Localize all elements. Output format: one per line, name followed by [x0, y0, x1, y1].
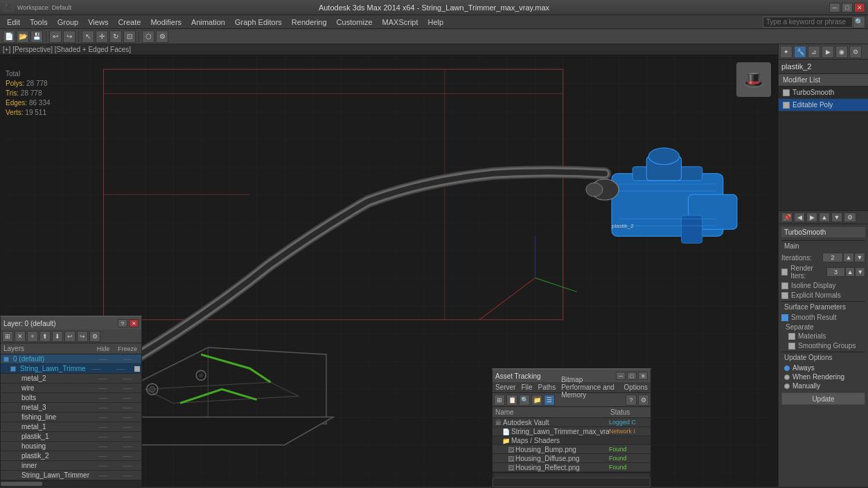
- iterations-up[interactable]: ▲: [843, 253, 854, 262]
- modifier-turbosmooth[interactable]: TurboSmooth: [779, 87, 868, 99]
- asset-tool-2[interactable]: 📋: [506, 395, 517, 406]
- render-iters-value[interactable]: 3: [826, 267, 845, 277]
- menu-graph-editors[interactable]: Graph Editors: [231, 17, 286, 28]
- menu-help[interactable]: Help: [424, 17, 448, 28]
- menu-create[interactable]: Create: [114, 17, 145, 28]
- save-button[interactable]: 💾: [30, 30, 43, 43]
- close-button[interactable]: ✕: [854, 3, 865, 12]
- menu-modifiers[interactable]: Modifiers: [146, 17, 186, 28]
- layer-item-wire[interactable]: wire ── ──: [1, 383, 141, 393]
- asset-row-diffuse[interactable]: 🖼Housing_Diffuse.png Found: [493, 454, 650, 463]
- layer-tool-add[interactable]: +: [27, 331, 38, 342]
- asset-tool-4[interactable]: 📁: [531, 395, 542, 406]
- layer-item-metal2[interactable]: metal_2 ── ──: [1, 374, 141, 383]
- mod-nav-left[interactable]: ◀: [794, 213, 805, 222]
- materials-checkbox[interactable]: [788, 333, 795, 340]
- menu-rendering[interactable]: Rendering: [287, 17, 331, 28]
- layer-item-metal3[interactable]: metal_3 ── ──: [1, 403, 141, 413]
- panel-icon-display[interactable]: ◉: [835, 46, 848, 58]
- render-button[interactable]: ⬡: [142, 30, 154, 43]
- modifier-editable-poly[interactable]: Editable Poly: [779, 99, 868, 111]
- scroll-thumb[interactable]: [1, 482, 42, 486]
- layer-tool-options[interactable]: ⚙: [89, 331, 100, 342]
- asset-menu-bitmap[interactable]: Bitmap Performance and Memory: [561, 376, 618, 399]
- asset-row-bump[interactable]: 🖼Housing_Bump.png Found: [493, 445, 650, 454]
- asset-tool-3[interactable]: 🔍: [519, 395, 530, 406]
- layers-scrollbar[interactable]: [1, 480, 141, 486]
- layer-tool-move-up[interactable]: ⬆: [39, 331, 51, 342]
- layer-item-string-lawn[interactable]: String_Lawn_Trimmer ── ──: [1, 364, 141, 374]
- layer-tool-move-in[interactable]: ↩: [64, 331, 76, 342]
- radio-always-dot[interactable]: [784, 365, 790, 371]
- asset-scroll-track[interactable]: [494, 473, 649, 478]
- render-iters-down[interactable]: ▼: [855, 267, 865, 277]
- scale-button[interactable]: ⊡: [123, 30, 136, 43]
- layer-item-metal1[interactable]: metal_1 ── ──: [1, 422, 141, 432]
- menu-group[interactable]: Group: [53, 17, 83, 28]
- iterations-down[interactable]: ▼: [854, 253, 865, 262]
- asset-input[interactable]: [493, 478, 650, 487]
- redo-button[interactable]: ↪: [63, 30, 76, 43]
- render-iters-up[interactable]: ▲: [845, 267, 856, 277]
- minimize-button[interactable]: ─: [829, 3, 840, 12]
- asset-row-reflect[interactable]: 🖼Housing_Reflect.png Found: [493, 463, 650, 472]
- menu-animation[interactable]: Animation: [187, 17, 229, 28]
- menu-edit[interactable]: Edit: [3, 17, 24, 28]
- panel-icon-hierarchy[interactable]: ⊿: [808, 46, 820, 58]
- asset-close-button[interactable]: ✕: [638, 372, 648, 380]
- smooth-result-checkbox[interactable]: [781, 314, 788, 321]
- smoothing-checkbox[interactable]: [788, 343, 795, 350]
- menu-views[interactable]: Views: [84, 17, 112, 28]
- viewport-area[interactable]: [+] [Perspective] [Shaded + Edged Faces]…: [0, 44, 778, 487]
- radio-rendering-dot[interactable]: [784, 374, 790, 380]
- isoline-checkbox[interactable]: [781, 282, 788, 289]
- asset-tool-1[interactable]: ⊞: [494, 395, 505, 406]
- search-icon[interactable]: 🔍: [853, 16, 865, 28]
- asset-tool-5[interactable]: ☰: [544, 395, 555, 406]
- layers-close-button[interactable]: ✕: [129, 319, 139, 327]
- mod-checkbox-epoly[interactable]: [783, 102, 790, 109]
- layer-tool-1[interactable]: ⊞: [2, 331, 13, 342]
- layer-tool-move-out[interactable]: ↪: [77, 331, 88, 342]
- menu-tools[interactable]: Tools: [26, 17, 52, 28]
- layer-item-plastik1[interactable]: plastik_1 ── ──: [1, 432, 141, 442]
- layers-help-button[interactable]: ?: [118, 319, 127, 327]
- layer-item-default[interactable]: 0 (default) ── ──: [1, 354, 141, 364]
- layer-item-bolts[interactable]: bolts ── ──: [1, 393, 141, 403]
- search-input[interactable]: [763, 17, 853, 28]
- layer-item-fishing[interactable]: fishing_line ── ──: [1, 413, 141, 422]
- select-button[interactable]: ↖: [82, 30, 94, 43]
- panel-icon-modify[interactable]: 🔧: [794, 46, 806, 58]
- menu-maxscript[interactable]: MAXScript: [378, 17, 423, 28]
- asset-row-vault[interactable]: 🏛Autodesk Vault Logged C: [493, 418, 650, 427]
- move-button[interactable]: ✛: [96, 30, 108, 43]
- mod-pin-button[interactable]: 📌: [781, 213, 792, 222]
- asset-restore-button[interactable]: □: [627, 372, 637, 380]
- panel-icon-create[interactable]: ✦: [780, 46, 792, 58]
- restore-button[interactable]: □: [842, 3, 853, 12]
- panel-icon-utilities[interactable]: ⚙: [849, 46, 862, 58]
- open-file-button[interactable]: 📂: [17, 30, 29, 43]
- iterations-value[interactable]: 2: [822, 253, 843, 262]
- asset-menu-paths[interactable]: Paths: [538, 383, 556, 391]
- new-file-button[interactable]: 📄: [3, 30, 15, 43]
- mod-nav-down[interactable]: ▼: [831, 213, 842, 222]
- undo-button[interactable]: ↩: [49, 30, 62, 43]
- asset-menu-file[interactable]: File: [521, 383, 532, 391]
- asset-row-file[interactable]: 📄String_Lawn_Trimmer_max_vray.max Networ…: [493, 427, 650, 436]
- asset-scrollbar[interactable]: [493, 472, 650, 478]
- render-iters-checkbox[interactable]: [781, 269, 788, 275]
- layer-item-plastik2[interactable]: plastik_2 ── ──: [1, 451, 141, 461]
- render-setup-button[interactable]: ⚙: [156, 30, 168, 43]
- layer-item-housing[interactable]: housing ── ──: [1, 442, 141, 451]
- layer-tool-delete[interactable]: ✕: [15, 331, 26, 342]
- layer-item-inner[interactable]: inner ── ──: [1, 461, 141, 471]
- asset-tool-help[interactable]: ?: [626, 395, 637, 406]
- panel-icon-motion[interactable]: ▶: [822, 46, 834, 58]
- asset-tool-settings[interactable]: ⚙: [638, 395, 649, 406]
- menu-customize[interactable]: Customize: [333, 17, 377, 28]
- asset-row-maps[interactable]: 📁Maps / Shaders: [493, 436, 650, 445]
- layer-tool-move-down[interactable]: ⬇: [52, 331, 63, 342]
- layer-item-string-lawn2[interactable]: String_Lawn_Trimmer ── ──: [1, 471, 141, 480]
- rotate-button[interactable]: ↻: [109, 30, 122, 43]
